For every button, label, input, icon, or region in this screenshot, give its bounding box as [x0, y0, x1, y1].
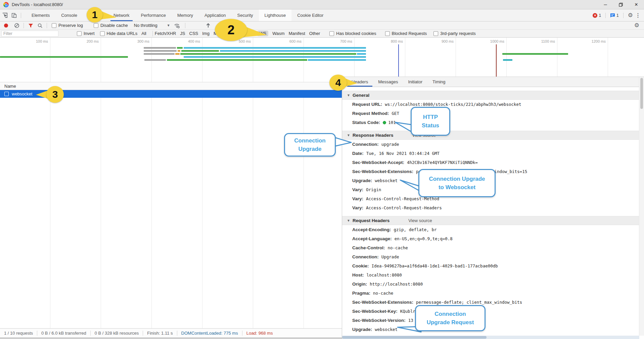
waterfall-bar	[502, 53, 568, 55]
settings-gear-icon[interactable]: ⚙	[628, 12, 633, 18]
step-callout-2: 2	[215, 19, 247, 41]
filter-type-other[interactable]: Other	[309, 31, 320, 36]
waterfall-bar	[175, 53, 180, 55]
kebab-menu-icon[interactable]: ⋮	[635, 13, 641, 18]
section-header-request-headers[interactable]: ▼Request HeadersView source	[342, 216, 639, 225]
header-name: Origin:	[352, 282, 367, 287]
header-name: Accept-Language:	[352, 236, 392, 241]
restore-button[interactable]	[613, 0, 629, 9]
status-item: 0 B / 328 kB resources	[91, 331, 143, 336]
inspect-element-button[interactable]	[0, 11, 9, 20]
filter-type-ws[interactable]: WS	[257, 31, 268, 36]
clear-button[interactable]	[12, 21, 21, 30]
tab-elements[interactable]: Elements	[26, 9, 55, 21]
filter-input[interactable]	[1, 31, 58, 37]
scrollbar-thumb[interactable]	[342, 336, 487, 339]
tab-memory[interactable]: Memory	[172, 9, 199, 21]
checkbox-icon[interactable]	[329, 31, 334, 36]
disclosure-triangle-icon: ▼	[347, 93, 350, 97]
header-name: Host:	[352, 272, 364, 278]
checkbox-icon[interactable]	[100, 31, 105, 36]
request-list-gridlines	[0, 82, 342, 328]
tab-headers[interactable]: Headers	[347, 77, 373, 87]
header-row: Sec-WebSocket-Extensions:permessage-defl…	[342, 298, 639, 307]
filter-type-all[interactable]: All	[141, 31, 146, 36]
record-button[interactable]	[4, 24, 8, 28]
header-name: Request URL:	[352, 102, 382, 107]
tab-cookie-editor[interactable]: Cookie Editor	[291, 9, 329, 21]
header-row: Host:localhost:8080	[342, 270, 639, 280]
invert-checkbox[interactable]: Invert	[77, 31, 95, 36]
bubble-line: HTTP	[423, 113, 438, 122]
throttling-select[interactable]: No throttling	[134, 23, 157, 28]
filter-type-js[interactable]: JS	[180, 31, 185, 36]
checkbox-icon[interactable]	[385, 31, 390, 36]
header-value: 101	[388, 120, 396, 125]
waterfall-bar	[357, 53, 366, 55]
network-settings-gear-icon[interactable]: ⚙	[634, 23, 639, 28]
error-badge[interactable]: ✕ 1	[593, 13, 601, 18]
tab-messages[interactable]: Messages	[373, 77, 403, 87]
request-headers-section: ▼Request HeadersView sourceAccept-Encodi…	[342, 216, 639, 334]
header-name: Sec-WebSocket-Key:	[352, 309, 398, 314]
header-name: Upgrade:	[352, 327, 372, 332]
tab-network[interactable]: Network	[108, 9, 135, 21]
section-header-response-headers[interactable]: ▼Response HeadersView source	[342, 131, 639, 140]
divider	[605, 13, 606, 18]
search-button[interactable]	[35, 21, 45, 30]
gridline	[456, 38, 456, 82]
bubble-line: Upgrade	[298, 145, 322, 154]
close-button[interactable]: ✕	[629, 0, 644, 9]
filter-toggle-button[interactable]	[26, 21, 35, 30]
waterfall-bar	[181, 50, 219, 52]
minimize-button[interactable]: ─	[598, 0, 613, 9]
header-value: Upgrade	[381, 254, 399, 259]
overview[interactable]: 100 ms200 ms300 ms400 ms500 ms600 ms700 …	[0, 38, 644, 82]
bubble-line: Upgrade Request	[427, 318, 474, 327]
vertical-scrollbar[interactable]	[639, 77, 644, 336]
scrollbar-thumb[interactable]	[640, 78, 643, 109]
third-party-requests-checkbox[interactable]: 3rd-party requests	[433, 31, 476, 36]
filter-type-img[interactable]: Img	[202, 31, 210, 36]
blocked-requests-checkbox[interactable]: Blocked Requests	[385, 31, 427, 36]
tick-label: 1100 ms	[533, 39, 555, 43]
header-value: gzip, deflate, br	[394, 227, 437, 232]
checkbox-icon[interactable]	[52, 23, 56, 28]
device-toolbar-button[interactable]	[9, 11, 19, 20]
tick-label: 100 ms	[26, 39, 48, 43]
headers-content: ▼GeneralRequest URL:ws://localhost:8080/…	[342, 87, 639, 336]
tab-performance[interactable]: Performance	[135, 9, 172, 21]
gridline	[608, 38, 608, 82]
step-number: 1	[92, 9, 98, 20]
checkbox-icon[interactable]	[77, 31, 82, 36]
filter-type-manifest[interactable]: Manifest	[289, 31, 305, 36]
has-blocked-cookies-checkbox[interactable]: Has blocked cookies	[329, 31, 376, 36]
checkbox-icon[interactable]	[433, 31, 438, 36]
preserve-log-checkbox[interactable]: Preserve log	[52, 23, 83, 28]
filter-type-wasm[interactable]: Wasm	[272, 31, 284, 36]
details-panel: Headers Messages Initiator Timing ▼Gener…	[342, 77, 644, 339]
checkbox-icon[interactable]	[94, 23, 98, 28]
section-header-general[interactable]: ▼General	[342, 91, 639, 100]
filter-type-fetch-xhr[interactable]: Fetch/XHR	[155, 31, 176, 36]
header-value: no-cache	[388, 245, 408, 250]
header-value: upgrade	[381, 142, 399, 147]
tab-lighthouse[interactable]: Lighthouse	[259, 9, 292, 21]
view-source-link[interactable]: View source	[408, 218, 432, 223]
horizontal-scrollbar[interactable]	[342, 336, 639, 339]
main-tabbar-tabs: ElementsConsoleNetworkPerformanceMemoryA…	[26, 9, 329, 21]
tab-timing[interactable]: Timing	[427, 77, 451, 87]
chevron-down-icon[interactable]: ▼	[167, 24, 170, 27]
tab-console[interactable]: Console	[55, 9, 83, 21]
header-row: Cookie:Idea-949627ba=a1f6da48-1de1-4029-…	[342, 261, 639, 270]
filter-type-css[interactable]: CSS	[189, 31, 198, 36]
hide-data-urls-checkbox[interactable]: Hide data URLs	[100, 31, 138, 36]
disable-cache-checkbox[interactable]: Disable cache	[94, 23, 128, 28]
issues-badge[interactable]: 1	[610, 13, 619, 18]
tabbar-right-controls: ✕ 1 1 ⚙ ⋮	[593, 12, 644, 18]
tab-initiator[interactable]: Initiator	[403, 77, 427, 87]
network-conditions-button[interactable]	[172, 21, 182, 30]
import-har-button[interactable]	[203, 21, 213, 30]
step-number: 4	[335, 77, 341, 88]
invert-label: Invert	[84, 31, 95, 36]
